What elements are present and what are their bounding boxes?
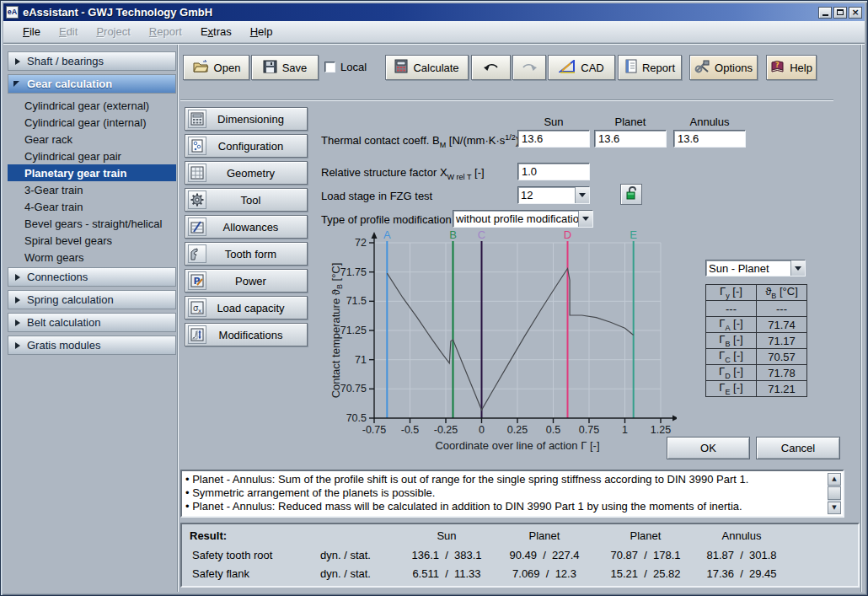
nav-dimensioning-button[interactable]: Dimensioning bbox=[185, 107, 308, 131]
nav-allowances-button[interactable]: Allowances bbox=[185, 215, 308, 239]
ok-button[interactable]: OK bbox=[667, 437, 750, 459]
thermal-coeff-annulus-input[interactable] bbox=[673, 130, 746, 148]
divider bbox=[3, 43, 865, 44]
menu-extras[interactable]: Extras bbox=[191, 23, 241, 40]
sidebar-section-connections[interactable]: Connections bbox=[8, 267, 176, 287]
thermal-coeff-planet-input[interactable] bbox=[594, 130, 667, 148]
svg-text:-0.25: -0.25 bbox=[434, 424, 458, 436]
sidebar-section-spring-calculation[interactable]: Spring calculation bbox=[8, 290, 176, 309]
event-label-cell: ΓD [-] bbox=[706, 365, 757, 381]
sidebar-item-planetary-gear-train[interactable]: Planetary gear train bbox=[8, 164, 176, 181]
redo-arrow-icon bbox=[520, 61, 538, 75]
calculator-icon bbox=[188, 110, 206, 128]
chevron-down-icon[interactable] bbox=[575, 187, 589, 203]
result-row-mode: dyn. / stat. bbox=[320, 549, 371, 561]
gear-pair-select[interactable]: Sun - Planet bbox=[705, 260, 806, 277]
redo-button[interactable] bbox=[512, 55, 546, 80]
undo-arrow-icon bbox=[482, 61, 501, 75]
svg-text:71.5: 71.5 bbox=[346, 295, 367, 307]
sidebar-section-label: Connections bbox=[27, 271, 88, 283]
sidebar-item-bevel-gears-straight-helical[interactable]: Bevel gears - straight/helical bbox=[8, 215, 176, 232]
divider bbox=[860, 45, 861, 592]
cancel-button[interactable]: Cancel bbox=[756, 437, 840, 459]
event-values-row: ------ bbox=[706, 301, 807, 317]
sidebar-item-cylindrical-gear-pair[interactable]: Cylindrical gear pair bbox=[8, 148, 176, 164]
message-item: • Symmetric arrangement of the planets i… bbox=[185, 486, 828, 500]
messages-scrollbar[interactable]: ▲ ▼ bbox=[828, 473, 841, 514]
sidebar-section-shaft-bearings[interactable]: Shaft / bearings bbox=[8, 51, 176, 71]
event-label-cell: --- bbox=[706, 301, 757, 317]
sidebar-section-label: Belt calculation bbox=[27, 316, 100, 329]
configuration-icon bbox=[188, 137, 206, 155]
svg-text:E: E bbox=[630, 230, 637, 241]
app-icon: eA bbox=[6, 6, 19, 19]
local-checkbox[interactable] bbox=[324, 62, 335, 72]
nav-button-label: Tooth form bbox=[210, 248, 307, 260]
report-button[interactable]: Report bbox=[618, 55, 682, 80]
maximize-button[interactable] bbox=[833, 7, 847, 19]
sidebar: Shaft / bearingsGear calculationCylindri… bbox=[8, 51, 176, 358]
nav-geometry-button[interactable]: Geometry bbox=[185, 161, 308, 185]
collapsed-arrow-icon bbox=[15, 58, 20, 65]
sidebar-section-belt-calculation[interactable]: Belt calculation bbox=[8, 313, 176, 332]
sidebar-item-cylindrical-gear-external[interactable]: Cylindrical gear (external) bbox=[8, 97, 176, 114]
lock-button[interactable] bbox=[620, 184, 642, 205]
event-label-cell: ΓA [-] bbox=[706, 317, 757, 333]
cad-button[interactable]: CAD bbox=[548, 55, 615, 80]
sidebar-item-3-gear-train[interactable]: 3-Gear train bbox=[8, 181, 176, 198]
svg-text:0.5: 0.5 bbox=[546, 424, 560, 436]
divider bbox=[177, 45, 178, 592]
close-button[interactable]: × bbox=[849, 7, 862, 19]
scroll-down-button[interactable]: ▼ bbox=[828, 502, 841, 514]
event-values-table: Γy [-]ϑB [°C]------ΓA [-]71.74ΓB [-]71.1… bbox=[705, 284, 807, 397]
thermal-coeff-sun-input[interactable] bbox=[517, 130, 590, 148]
title-bar: eA eAssistant - GWJ Technology GmbH × bbox=[3, 3, 865, 21]
chevron-down-icon[interactable] bbox=[790, 260, 805, 276]
save-button[interactable]: Save bbox=[251, 55, 319, 80]
svg-text:1: 1 bbox=[622, 424, 628, 436]
maximize-icon bbox=[837, 9, 844, 15]
sidebar-item-worm-gears[interactable]: Worm gears bbox=[8, 249, 176, 266]
fzg-load-stage-select[interactable]: 12 bbox=[517, 186, 590, 204]
svg-text:70.75: 70.75 bbox=[340, 383, 367, 395]
event-values-table-body: Γy [-]ϑB [°C]------ΓA [-]71.74ΓB [-]71.1… bbox=[706, 285, 807, 397]
menu-file[interactable]: File bbox=[13, 23, 50, 40]
chevron-down-icon[interactable] bbox=[578, 211, 592, 227]
event-values-row: ΓC [-]70.57 bbox=[706, 349, 807, 365]
sidebar-section-label: Shaft / bearings bbox=[27, 55, 104, 67]
nav-configuration-button[interactable]: Configuration bbox=[185, 134, 308, 158]
profile-modification-label: Type of profile modification bbox=[321, 213, 452, 226]
sidebar-item-spiral-bevel-gears[interactable]: Spiral bevel gears bbox=[8, 232, 176, 249]
contact-temperature-chart: ABCDE70.570.757171.2571.571.7572-0.75-0.… bbox=[328, 230, 677, 461]
sidebar-item-4-gear-train[interactable]: 4-Gear train bbox=[8, 198, 176, 215]
undo-button[interactable] bbox=[471, 55, 511, 80]
result-panel: Result: SunPlanetPlanetAnnulus Safety to… bbox=[180, 523, 860, 588]
open-button[interactable]: Open bbox=[183, 55, 249, 80]
sidebar-item-cylindrical-gear-internal[interactable]: Cylindrical gear (internal) bbox=[8, 114, 176, 131]
scroll-up-button[interactable]: ▲ bbox=[828, 473, 841, 486]
minimize-button[interactable] bbox=[818, 7, 832, 19]
event-values-row: ΓA [-]71.74 bbox=[706, 317, 807, 333]
calculate-button[interactable]: Calculate bbox=[385, 55, 469, 80]
profile-modification-select[interactable]: without profile modification bbox=[453, 210, 593, 228]
help-button[interactable]: ? Help bbox=[766, 55, 817, 80]
nav-modifications-button[interactable]: Modifications bbox=[185, 323, 308, 346]
scrollbar-thumb[interactable] bbox=[828, 486, 841, 500]
nav-tooth-form-button[interactable]: Tooth form bbox=[185, 242, 308, 266]
expanded-arrow-icon bbox=[13, 81, 19, 87]
svg-text:0.25: 0.25 bbox=[507, 424, 528, 436]
gear-pair-value: Sun - Planet bbox=[706, 260, 790, 276]
svg-text:71.75: 71.75 bbox=[340, 266, 367, 278]
divider bbox=[180, 99, 833, 100]
menu-help[interactable]: Help bbox=[241, 23, 282, 40]
structure-factor-input[interactable] bbox=[517, 163, 590, 180]
event-value-cell: 70.57 bbox=[757, 349, 807, 365]
sidebar-section-gear-calculation[interactable]: Gear calculation bbox=[8, 74, 176, 94]
sidebar-section-gratis-modules[interactable]: Gratis modules bbox=[8, 336, 176, 355]
sidebar-item-gear-rack[interactable]: Gear rack bbox=[8, 131, 176, 148]
sidebar-section-label: Spring calculation bbox=[27, 293, 114, 306]
nav-power-button[interactable]: PPower bbox=[185, 269, 308, 293]
nav-tool-button[interactable]: Tool bbox=[185, 188, 308, 212]
options-button[interactable]: Options bbox=[689, 55, 758, 80]
nav-load-capacity-button[interactable]: σxLoad capacity bbox=[185, 296, 308, 319]
